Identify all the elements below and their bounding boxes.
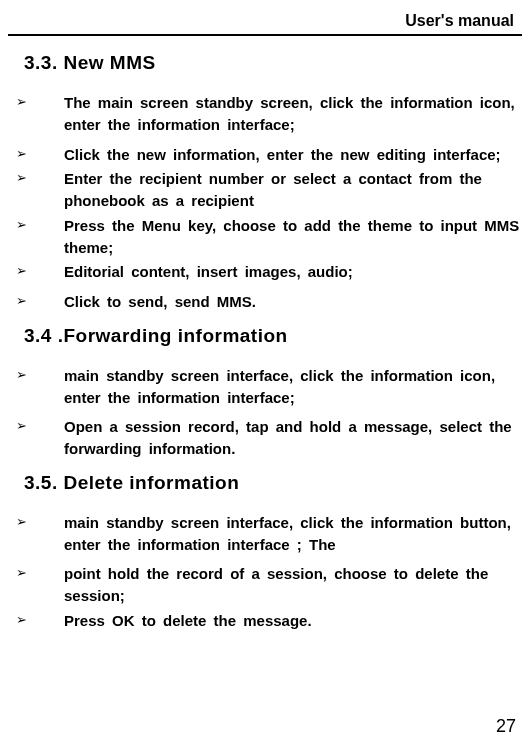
list-item: ➢ Enter the recipient number or select a… [8, 168, 522, 212]
bullet-text: Enter the recipient number or select a c… [64, 168, 522, 212]
bullet-icon: ➢ [16, 416, 64, 433]
list-item: ➢ The main screen standby screen, click … [8, 92, 522, 141]
list-item: ➢ Click the new information, enter the n… [8, 144, 522, 166]
list-item: ➢ Editorial content, insert images, audi… [8, 261, 522, 288]
page-number: 27 [496, 716, 516, 737]
bullet-text: Click to send, send MMS. [64, 291, 522, 313]
bullet-text: Click the new information, enter the new… [64, 144, 522, 166]
bullet-icon: ➢ [16, 610, 64, 627]
bullet-list-3-5: ➢ main standby screen interface, click t… [8, 512, 522, 632]
list-item: ➢ main standby screen interface, click t… [8, 365, 522, 414]
header-title: User's manual [405, 12, 514, 29]
list-item: ➢ point hold the record of a session, ch… [8, 563, 522, 607]
bullet-text: Editorial content, insert images, audio; [64, 261, 522, 283]
bullet-icon: ➢ [16, 92, 64, 109]
bullet-text: Press the Menu key, choose to add the th… [64, 215, 522, 259]
bullet-icon: ➢ [16, 261, 64, 278]
bullet-icon: ➢ [16, 291, 64, 308]
list-item: ➢ Press OK to delete the message. [8, 610, 522, 632]
section-title-3-4: 3.4 .Forwarding information [24, 325, 522, 347]
list-item: ➢ main standby screen interface, click t… [8, 512, 522, 561]
bullet-icon: ➢ [16, 512, 64, 529]
bullet-text: Open a session record, tap and hold a me… [64, 416, 522, 460]
bullet-icon: ➢ [16, 563, 64, 580]
bullet-text: The main screen standby screen, click th… [64, 92, 522, 136]
list-item: ➢ Click to send, send MMS. [8, 291, 522, 313]
list-item: ➢ Press the Menu key, choose to add the … [8, 215, 522, 259]
bullet-text: main standby screen interface, click the… [64, 512, 522, 556]
bullet-icon: ➢ [16, 144, 64, 161]
section-title-3-5: 3.5. Delete information [24, 472, 522, 494]
bullet-icon: ➢ [16, 365, 64, 382]
bullet-icon: ➢ [16, 168, 64, 185]
section-title-3-3: 3.3. New MMS [24, 52, 522, 74]
list-item: ➢ Open a session record, tap and hold a … [8, 416, 522, 460]
bullet-text: Press OK to delete the message. [64, 610, 522, 632]
bullet-text: point hold the record of a session, choo… [64, 563, 522, 607]
bullet-icon: ➢ [16, 215, 64, 232]
document-header: User's manual [8, 12, 522, 36]
bullet-list-3-4: ➢ main standby screen interface, click t… [8, 365, 522, 460]
bullet-text: main standby screen interface, click the… [64, 365, 522, 409]
bullet-list-3-3: ➢ The main screen standby screen, click … [8, 92, 522, 313]
